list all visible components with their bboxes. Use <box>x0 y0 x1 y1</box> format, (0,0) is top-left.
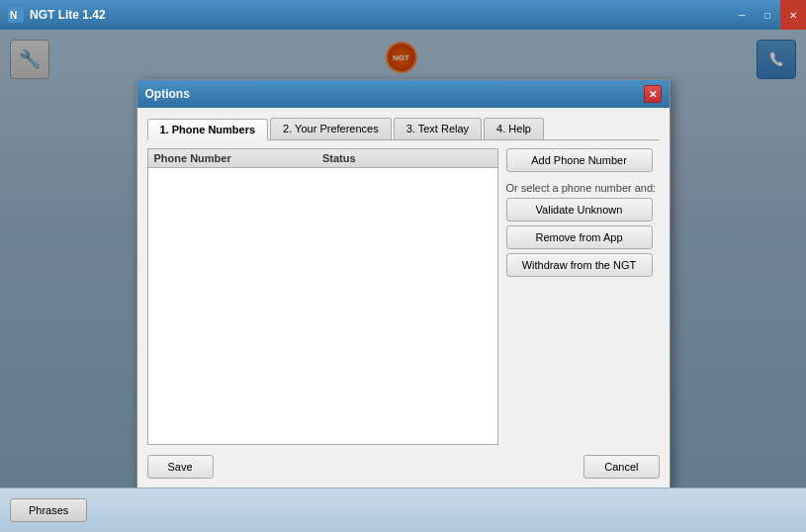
app-body: NGT Options ✕ 1. Phone Numbe <box>0 30 806 532</box>
col-status: Status <box>322 152 492 164</box>
cancel-button[interactable]: Cancel <box>583 455 659 479</box>
withdraw-from-ngt-button[interactable]: Withdraw from the NGT <box>506 253 653 277</box>
dialog-overlay: Options ✕ 1. Phone Numbers 2. Your Prefe… <box>0 30 806 532</box>
dialog-content: 1. Phone Numbers 2. Your Preferences 3. … <box>137 108 670 488</box>
list-header: Phone Number Status <box>148 149 497 168</box>
close-button[interactable]: ✕ <box>780 0 806 30</box>
tab-text-relay[interactable]: 3. Text Relay <box>394 118 482 139</box>
tab-content-panel: Phone Number Status Add Phone Number Or … <box>147 148 660 445</box>
dialog-titlebar: Options ✕ <box>137 80 670 108</box>
tab-help[interactable]: 4. Help <box>484 118 544 139</box>
phrases-button[interactable]: Phrases <box>10 498 87 522</box>
dialog-bottom-buttons: Save Cancel <box>147 445 660 479</box>
restore-button[interactable]: □ <box>755 0 780 30</box>
phone-number-list: Phone Number Status <box>147 148 498 445</box>
add-phone-number-button[interactable]: Add Phone Number <box>506 148 653 172</box>
save-button[interactable]: Save <box>147 455 214 479</box>
validate-unknown-button[interactable]: Validate Unknown <box>506 198 653 222</box>
remove-from-app-button[interactable]: Remove from App <box>506 225 653 249</box>
dialog-title: Options <box>145 87 190 101</box>
bottom-bar: Phrases <box>0 488 806 532</box>
tab-bar: 1. Phone Numbers 2. Your Preferences 3. … <box>147 118 660 140</box>
options-dialog: Options ✕ 1. Phone Numbers 2. Your Prefe… <box>136 79 671 489</box>
tab-phone-numbers[interactable]: 1. Phone Numbers <box>147 119 269 140</box>
app-titlebar: N NGT Lite 1.42 ─ □ ✕ <box>0 0 806 30</box>
titlebar-controls: ─ □ ✕ <box>729 0 806 30</box>
dialog-close-button[interactable]: ✕ <box>644 85 662 103</box>
tab-your-preferences[interactable]: 2. Your Preferences <box>270 118 392 139</box>
side-action-buttons: Add Phone Number Or select a phone numbe… <box>506 148 660 445</box>
list-body[interactable] <box>148 168 497 425</box>
app-title: NGT Lite 1.42 <box>30 8 106 22</box>
svg-text:N: N <box>10 10 17 21</box>
or-select-text: Or select a phone number and: <box>506 182 660 194</box>
col-phone-number: Phone Number <box>154 152 323 164</box>
minimize-button[interactable]: ─ <box>729 0 755 30</box>
app-icon: N <box>8 7 24 23</box>
